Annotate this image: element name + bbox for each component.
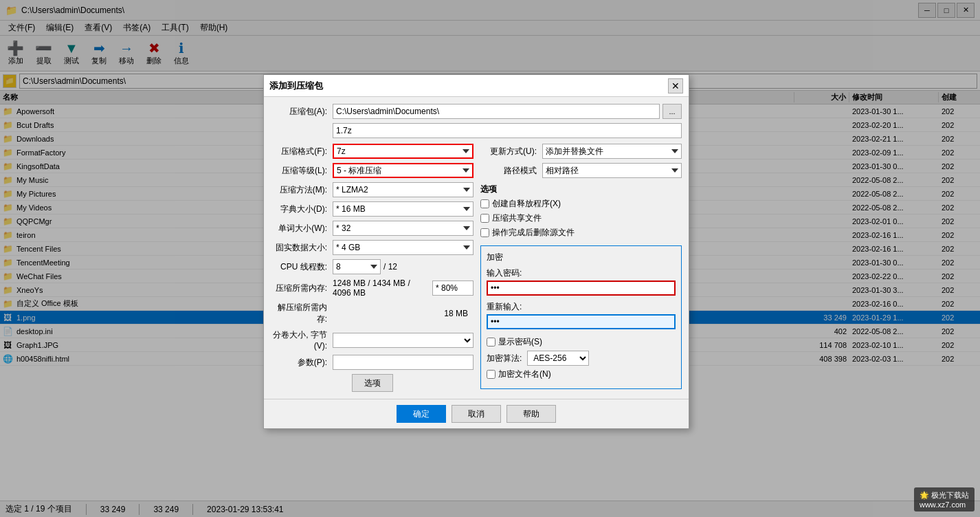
vol-row: 分卷大小, 字节(V):: [271, 329, 474, 351]
update-row: 更新方式(U): 添加并替换文件: [480, 144, 682, 159]
self-extract-label: 创建自释放程序(X): [492, 198, 561, 210]
params-label: 参数(P):: [271, 357, 333, 368]
params-row: 参数(P):: [271, 355, 474, 370]
options-section: 选项 创建自释放程序(X) 压缩共享文件 操作完成后删除源文件: [480, 184, 682, 239]
word-row: 单词大小(W): * 32: [271, 221, 474, 236]
help-button[interactable]: 帮助: [506, 405, 556, 423]
decompress-value: 18 MB: [333, 309, 474, 318]
compress-shared-row: 压缩共享文件: [480, 212, 682, 224]
word-select[interactable]: * 32: [333, 221, 474, 236]
encrypt-filename-label: 加密文件名(N): [498, 368, 551, 380]
cpu-label: CPU 线程数:: [271, 261, 333, 273]
dialog-title-bar: 添加到压缩包 ✕: [264, 75, 689, 97]
encrypt-filename-checkbox[interactable]: [487, 370, 495, 379]
method-label: 压缩方法(M):: [271, 184, 333, 196]
memory-pct-input[interactable]: [432, 280, 474, 296]
format-label: 压缩格式(F):: [271, 146, 333, 157]
reenter-password-input[interactable]: [487, 314, 676, 329]
dialog-title: 添加到压缩包: [269, 80, 668, 92]
solid-select[interactable]: * 4 GB: [333, 240, 474, 255]
level-row: 压缩等级(L): 5 - 标准压缩: [271, 163, 474, 178]
encrypt-algo-label: 加密算法:: [487, 353, 522, 364]
format-select[interactable]: 7z: [333, 144, 474, 159]
encrypt-filename-row: 加密文件名(N): [487, 368, 676, 380]
cpu-row: CPU 线程数: 8 / 12: [271, 259, 474, 274]
watermark-text: 🌟: [920, 491, 931, 499]
password-input-label: 输入密码:: [487, 267, 676, 279]
encrypt-title: 加密: [487, 252, 676, 263]
reenter-password-label: 重新输入:: [487, 301, 676, 313]
level-label: 压缩等级(L):: [271, 165, 333, 177]
encrypt-algo-select[interactable]: AES-256: [527, 351, 589, 366]
watermark-url: www.xz7.com: [920, 500, 966, 509]
update-select[interactable]: 添加并替换文件: [542, 144, 682, 159]
level-select[interactable]: 5 - 标准压缩: [333, 163, 474, 178]
options-section-label: 选项: [480, 184, 682, 195]
watermark-label: 极光下载站: [931, 491, 969, 499]
method-select[interactable]: * LZMA2: [333, 182, 474, 197]
compress-shared-label: 压缩共享文件: [492, 212, 542, 224]
cpu-max: / 12: [383, 262, 397, 272]
ok-button[interactable]: 确定: [397, 405, 446, 423]
delete-after-label: 操作完成后删除源文件: [492, 227, 575, 239]
archive-browse-button[interactable]: ...: [662, 104, 682, 119]
decompress-label: 解压缩所需内存:: [271, 302, 333, 325]
vol-select[interactable]: [333, 333, 474, 348]
path-select[interactable]: 相对路径: [542, 163, 682, 178]
dialog-right-column: 更新方式(U): 添加并替换文件 路径模式 相对路径 选项: [480, 144, 682, 392]
options-button[interactable]: 选项: [352, 374, 393, 392]
path-label: 路径模式: [480, 165, 542, 177]
archive-name-input[interactable]: [333, 123, 682, 138]
solid-label: 固实数据大小:: [271, 242, 333, 254]
encrypt-section: 加密 输入密码: 重新输入: 显示密码(S) 加密算法:: [480, 245, 682, 389]
show-password-row: 显示密码(S): [487, 336, 676, 348]
memory-row: 压缩所需内存: 1248 MB / 1434 MB / 4096 MB: [271, 278, 474, 298]
archive-path-input[interactable]: [333, 104, 660, 119]
memory-label: 压缩所需内存:: [271, 283, 333, 294]
archive-path-control: ...: [333, 104, 682, 119]
show-password-label: 显示密码(S): [498, 336, 542, 348]
show-password-checkbox[interactable]: [487, 338, 495, 346]
cancel-button[interactable]: 取消: [452, 405, 501, 423]
dict-row: 字典大小(D): * 16 MB: [271, 201, 474, 217]
dialog-columns: 压缩格式(F): 7z 压缩等级(L): 5 - 标准压缩 压缩方法(M):: [271, 144, 682, 392]
delete-after-checkbox[interactable]: [480, 228, 489, 237]
solid-row: 固实数据大小: * 4 GB: [271, 240, 474, 255]
archive-name-row: [271, 123, 682, 138]
self-extract-checkbox[interactable]: [480, 199, 489, 208]
dialog-body: 压缩包(A): ... 压缩格式(F): 7z: [264, 97, 689, 399]
dialog-close-button[interactable]: ✕: [668, 78, 683, 94]
dict-select[interactable]: * 16 MB: [333, 201, 474, 217]
method-row: 压缩方法(M): * LZMA2: [271, 182, 474, 197]
memory-values: 1248 MB / 1434 MB / 4096 MB: [333, 278, 427, 298]
decompress-row: 解压缩所需内存: 18 MB: [271, 302, 474, 325]
self-extract-row: 创建自释放程序(X): [480, 198, 682, 210]
reenter-password-row: 重新输入:: [487, 301, 676, 332]
delete-after-row: 操作完成后删除源文件: [480, 227, 682, 239]
archive-path-row: 压缩包(A): ...: [271, 104, 682, 119]
format-row: 压缩格式(F): 7z: [271, 144, 474, 159]
word-label: 单词大小(W):: [271, 223, 333, 234]
watermark: 🌟 极光下载站 www.xz7.com: [914, 487, 975, 512]
archive-label: 压缩包(A):: [271, 106, 333, 118]
path-mode-row: 路径模式 相对路径: [480, 163, 682, 178]
add-to-archive-dialog: 添加到压缩包 ✕ 压缩包(A): ... 压缩格式(F): 7z: [263, 74, 689, 429]
dialog-left-column: 压缩格式(F): 7z 压缩等级(L): 5 - 标准压缩 压缩方法(M):: [271, 144, 474, 392]
dict-label: 字典大小(D):: [271, 204, 333, 215]
password-input[interactable]: [487, 280, 676, 296]
password-input-row: 输入密码:: [487, 267, 676, 298]
compress-shared-checkbox[interactable]: [480, 214, 489, 223]
dialog-buttons: 确定 取消 帮助: [264, 399, 689, 428]
cpu-select[interactable]: 8: [333, 259, 381, 274]
encrypt-algo-row: 加密算法: AES-256: [487, 351, 676, 366]
vol-label: 分卷大小, 字节(V):: [271, 329, 333, 351]
update-label: 更新方式(U):: [480, 146, 542, 157]
options-btn-row: 选项: [271, 374, 474, 392]
params-input[interactable]: [333, 355, 474, 370]
